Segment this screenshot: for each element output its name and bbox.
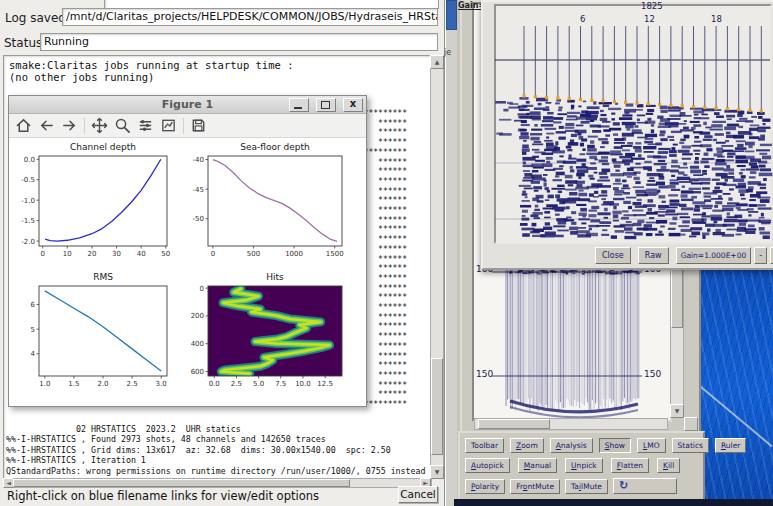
svg-text:200: 200: [191, 312, 204, 320]
figure-toolbar: [9, 114, 366, 138]
trace-tick-18: 18: [711, 14, 722, 24]
dialog-status-bar: Right-click on blue filename links for v…: [7, 489, 319, 503]
svg-text:10: 10: [63, 250, 72, 258]
resize-grip[interactable]: [684, 417, 698, 431]
svg-text:20: 20: [87, 250, 96, 258]
chart-seafloor-depth: Sea-floor depth050010001500-40-45-50: [181, 138, 365, 266]
raw-button[interactable]: Raw: [638, 247, 669, 264]
seismic-section-display[interactable]: [474, 260, 668, 418]
log-line: %%-I-HRSTATICS , Iteration 1: [6, 455, 426, 465]
svg-text:-1.0: -1.0: [21, 197, 35, 205]
panel-button-polarity[interactable]: Polarity: [465, 479, 505, 494]
cancel-button[interactable]: Cancel: [398, 486, 438, 503]
svg-text:5.0: 5.0: [253, 380, 264, 388]
svg-text:30: 30: [112, 250, 121, 258]
trace-wiggle-display[interactable]: [481, 0, 773, 244]
panel-button-zoom[interactable]: Zoom: [510, 438, 544, 453]
back-icon[interactable]: [38, 117, 55, 134]
close-icon[interactable]: x: [343, 98, 363, 112]
toolbar-separator: [183, 118, 184, 134]
svg-text:0: 0: [200, 285, 204, 293]
gain-decrease-button[interactable]: -: [754, 247, 767, 264]
svg-text:40: 40: [137, 250, 146, 258]
log-head-lines: smake:Claritas jobs running at startup t…: [9, 59, 293, 83]
control-button-panel: ToolbarZoomAnalysisShowLMOStaticsRuler A…: [458, 431, 705, 501]
svg-text:-45: -45: [193, 186, 204, 194]
log-hscroll-thumb[interactable]: [13, 479, 350, 487]
svg-text:1.0: 1.0: [39, 380, 50, 388]
maximize-icon[interactable]: [316, 98, 336, 112]
panel-button-kill[interactable]: Kill: [657, 458, 680, 473]
trace-tick-6: 6: [580, 14, 585, 24]
chart-channel-depth: Channel depth010203040500.0-0.5-1.0-1.5-…: [9, 138, 187, 266]
zoom-icon[interactable]: [114, 117, 131, 134]
background-window-edge: [445, 0, 457, 506]
svg-text:0: 0: [40, 250, 44, 258]
refresh-icon[interactable]: ↻: [613, 478, 677, 494]
axes-icon[interactable]: [160, 117, 177, 134]
forward-icon[interactable]: [61, 117, 78, 134]
minimize-icon[interactable]: [289, 98, 309, 112]
svg-text:12.5: 12.5: [317, 380, 333, 388]
panel-button-autopick[interactable]: Autopick: [465, 458, 510, 473]
panel-button-ruler[interactable]: Ruler: [715, 438, 746, 453]
save-icon[interactable]: [190, 117, 207, 134]
chart-rms: RMS1.01.52.02.53.0654: [9, 268, 187, 398]
panel-button-frontmute[interactable]: FrontMute: [510, 479, 560, 494]
home-icon[interactable]: [15, 117, 32, 134]
panel-row-1: ToolbarZoomAnalysisShowLMOStaticsRuler: [465, 438, 746, 453]
figure-window-controls: x: [287, 98, 363, 117]
svg-text:Channel depth: Channel depth: [70, 142, 136, 152]
log-line: smake:Claritas jobs running at startup t…: [9, 59, 293, 71]
panel-button-unpick[interactable]: Unpick: [565, 458, 603, 473]
pan-icon[interactable]: [91, 117, 108, 134]
log-vscroll-thumb[interactable]: [431, 358, 443, 455]
svg-text:50: 50: [161, 250, 170, 258]
svg-text:3.0: 3.0: [156, 380, 167, 388]
panel-button-show[interactable]: Show: [599, 438, 631, 453]
svg-text:500: 500: [247, 250, 260, 258]
svg-text:1.5: 1.5: [68, 380, 79, 388]
svg-text:2.5: 2.5: [127, 380, 138, 388]
panel-button-statics[interactable]: Statics: [672, 438, 709, 453]
toolbar-separator: [84, 118, 85, 134]
panel-row-3: PolarityFrontMuteTailMute↻: [465, 478, 677, 494]
status-label: Status: [4, 36, 42, 50]
main-scroll-down-icon[interactable]: ▼: [670, 404, 684, 418]
bottom-dark-strip: [454, 499, 773, 506]
screen: Log saved to /mnt/d/Claritas_projects/HE…: [0, 0, 773, 506]
svg-text:0.0: 0.0: [24, 156, 35, 164]
log-line: (no other jobs running): [9, 71, 293, 83]
panel-button-flatten[interactable]: Flatten: [611, 458, 649, 473]
panel-button-manual[interactable]: Manual: [518, 458, 557, 473]
ruler-label-150-right: 150: [644, 369, 661, 379]
subplots-icon[interactable]: [137, 117, 154, 134]
panel-button-toolbar[interactable]: Toolbar: [465, 438, 504, 453]
svg-text:10.0: 10.0: [295, 380, 311, 388]
chart-hits: Hits0.02.55.07.510.012.50200400600: [181, 268, 365, 398]
log-scroll-up-icon[interactable]: ▲: [430, 55, 444, 69]
svg-text:6: 6: [31, 301, 36, 309]
log-scroll-down-icon[interactable]: ▼: [430, 465, 444, 479]
svg-text:Sea-floor depth: Sea-floor depth: [240, 142, 309, 152]
figure-window: Figure 1 x Channel depth010203040500.0-0…: [8, 95, 367, 407]
main-vscroll-thumb[interactable]: [671, 268, 683, 328]
background-scroll-thumb: [446, 0, 457, 30]
ruler-label-150-left: 150: [476, 369, 493, 379]
panel-button-lmo[interactable]: LMO: [637, 438, 666, 453]
log-path-field[interactable]: /mnt/d/Claritas_projects/HELPDESK/COMMON…: [62, 8, 438, 26]
panel-button-analysis[interactable]: Analysis: [550, 438, 593, 453]
svg-text:0: 0: [211, 250, 215, 258]
panel-button-tailmute[interactable]: TailMute: [565, 479, 608, 494]
svg-text:-2.0: -2.0: [21, 238, 35, 246]
desktop-wallpaper: [697, 260, 773, 499]
log-tail-lines: 02 HRSTATICS 2023.2 UHR statics%%-I-HRST…: [6, 424, 426, 476]
main-hscroll-thumb[interactable]: [478, 419, 550, 429]
close-button[interactable]: Close: [595, 247, 631, 264]
log-line: %%-I-HRSTATICS , Found 2973 shots, 48 ch…: [6, 434, 426, 444]
svg-text:0.0: 0.0: [209, 380, 220, 388]
svg-text:7.5: 7.5: [275, 380, 286, 388]
status-field[interactable]: Running: [40, 33, 438, 51]
svg-text:2.5: 2.5: [231, 380, 242, 388]
svg-text:-1.5: -1.5: [21, 217, 35, 225]
